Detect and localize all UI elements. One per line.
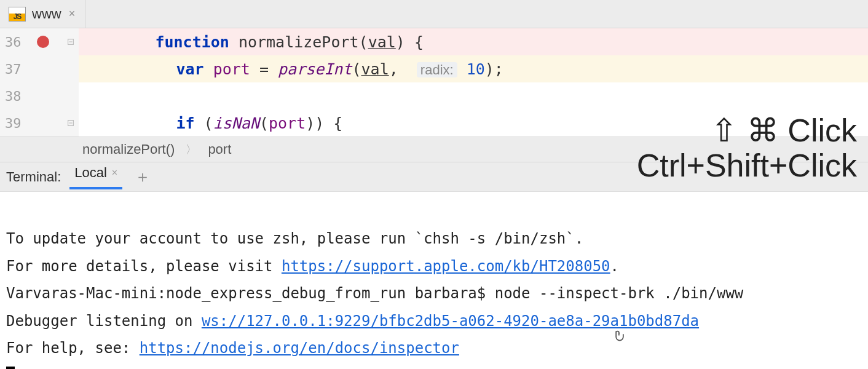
terminal-output[interactable]: To update your account to use zsh, pleas…: [0, 192, 868, 369]
terminal-tab-title: Local: [74, 165, 107, 181]
close-terminal-tab-icon[interactable]: ×: [112, 167, 117, 178]
fold-icon[interactable]: [66, 38, 75, 46]
terminal-tab-local[interactable]: Local ×: [69, 165, 122, 189]
tab-title: www: [32, 6, 61, 22]
terminal-line: For help, see:: [6, 339, 140, 357]
add-terminal-tab-icon[interactable]: ＋: [131, 166, 154, 188]
terminal-link-nodejs[interactable]: https://nodejs.org/en/docs/inspector: [140, 339, 459, 357]
terminal-link-ws[interactable]: ws://127.0.0.1:9229/bfbc2db5-a062-4920-a…: [202, 312, 699, 330]
arg-val: val: [361, 60, 389, 78]
line-number: 39: [5, 116, 22, 131]
terminal-line: To update your account to use zsh, pleas…: [6, 230, 583, 247]
var-port: port: [213, 60, 250, 78]
terminal-cursor: [6, 367, 15, 369]
gutter-39[interactable]: 39: [0, 109, 79, 137]
call-isNaN: isNaN: [213, 114, 259, 132]
terminal-line: Varvaras-Mac-mini:node_express_debug_fro…: [6, 285, 743, 302]
line-number: 38: [5, 89, 22, 104]
mouse-pointer-icon: [553, 296, 628, 369]
terminal-label: Terminal:: [6, 169, 61, 185]
gutter-38[interactable]: 38: [0, 82, 79, 109]
close-tab-icon[interactable]: ×: [68, 6, 77, 22]
keyword-if: if: [176, 114, 194, 132]
call-parseInt: parseInt: [278, 60, 352, 78]
terminal-link-apple[interactable]: https://support.apple.com/kb/HT208050: [282, 258, 610, 275]
inlay-hint-radix: radix:: [417, 62, 457, 77]
js-file-icon: JS: [9, 7, 26, 22]
fold-icon[interactable]: [66, 119, 75, 127]
shortcut-hint-overlay: ⇧ ⌘ Click Ctrl+Shift+Click: [637, 113, 857, 183]
gutter-37[interactable]: 37: [0, 55, 79, 82]
breakpoint-marker[interactable]: [37, 36, 49, 48]
terminal-line: For more details, please visit: [6, 258, 282, 275]
literal-10: 10: [467, 60, 485, 78]
file-tab-www[interactable]: JS www ×: [0, 0, 85, 28]
keyword-var: var: [176, 60, 203, 78]
gutter-36[interactable]: 36: [0, 28, 79, 55]
shortcut-win: Ctrl+Shift+Click: [637, 148, 857, 183]
ref-port: port: [269, 114, 306, 132]
line-number: 36: [5, 34, 22, 50]
code-line-37[interactable]: 37 var port = parseInt(val, radix: 10);: [0, 55, 868, 82]
code-editor[interactable]: 36 function normalizePort(val) { 37 var …: [0, 28, 868, 137]
shortcut-mac: ⇧ ⌘ Click: [637, 113, 857, 148]
terminal-line: Debugger listening on: [6, 312, 202, 330]
line-number: 37: [5, 62, 22, 77]
